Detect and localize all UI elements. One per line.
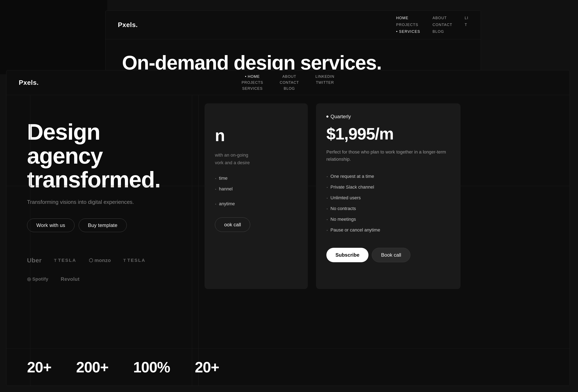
- brands-row: Uber TTESLA ⬡monzo TTESLA ◎Spotify Revol…: [27, 257, 171, 282]
- pricing-feature-4: No contracts: [326, 203, 450, 214]
- partial-price: n: [215, 126, 297, 145]
- buy-template-button[interactable]: Buy template: [79, 218, 127, 232]
- nav-t[interactable]: T: [465, 23, 468, 27]
- stat-number-4: 20+: [195, 359, 219, 376]
- front-nav-group-3: LINKEDIN TWITTER: [315, 75, 335, 91]
- work-with-us-button[interactable]: Work with us: [27, 218, 75, 232]
- partial-feature-1: time: [215, 173, 297, 184]
- partial-feature-3: anytime: [215, 198, 297, 209]
- back-logo: Pxels.: [118, 21, 138, 29]
- partial-feature-2: hannel: [215, 184, 297, 194]
- pricing-dot: [326, 116, 329, 118]
- nav-projects[interactable]: PROJECTS: [396, 23, 420, 27]
- monzo-m-icon: ⬡: [89, 258, 93, 263]
- tesla-t-icon-2: T: [123, 258, 127, 263]
- partial-features: time hannel anytime: [215, 173, 297, 209]
- pricing-badge-label: Quarterly: [331, 114, 351, 120]
- nav-services[interactable]: • SERVICES: [396, 30, 420, 34]
- pricing-area: n with an on-goingvork and a desire time…: [192, 95, 570, 386]
- stat-number-3: 100%: [133, 359, 170, 376]
- brand-tesla-2: TTESLA: [123, 258, 145, 263]
- hero-section: Design agency transformed. Transforming …: [6, 95, 192, 386]
- front-nav-group-1: • HOME PROJECTS SERVICES: [241, 75, 263, 91]
- hero-buttons: Work with us Buy template: [27, 218, 171, 232]
- front-nav-home[interactable]: • HOME: [245, 75, 260, 79]
- stat-1: 20+: [27, 359, 51, 376]
- front-nav-group-2: ABOUT CONTACT BLOG: [280, 75, 299, 91]
- brand-revolut: Revolut: [61, 276, 80, 282]
- nav-col-3: LI T: [465, 16, 468, 27]
- stat-3: 100%: [133, 359, 170, 376]
- nav-li[interactable]: LI: [465, 16, 468, 20]
- stats-bar: 20+ 200+ 100% 20+: [6, 348, 570, 386]
- stat-number-1: 20+: [27, 359, 51, 376]
- pricing-price: $1,995/m: [326, 126, 450, 142]
- brand-spotify: ◎Spotify: [27, 276, 48, 282]
- pricing-card-quarterly: Quarterly $1,995/m Perfect for those who…: [316, 103, 461, 289]
- hero-subtitle: Transforming visions into digital experi…: [27, 198, 171, 206]
- brand-tesla-1: TTESLA: [54, 258, 76, 263]
- nav-about[interactable]: ABOUT: [433, 16, 452, 20]
- front-nav-contact[interactable]: CONTACT: [280, 81, 299, 85]
- pricing-badge: Quarterly: [326, 114, 450, 120]
- front-nav-projects[interactable]: PROJECTS: [241, 81, 263, 85]
- pricing-card-partial: n with an on-goingvork and a desire time…: [205, 103, 308, 289]
- front-navbar: Pxels. • HOME PROJECTS SERVICES ABOUT CO…: [6, 70, 570, 95]
- front-nav-twitter[interactable]: TWITTER: [316, 81, 334, 85]
- brand-uber: Uber: [27, 257, 42, 264]
- front-logo: Pxels.: [19, 79, 39, 87]
- stat-number-2: 200+: [76, 359, 108, 376]
- pricing-features: One request at a time Private Slack chan…: [326, 171, 450, 235]
- pricing-feature-3: Unlimted users: [326, 192, 450, 203]
- pricing-feature-5: No meetings: [326, 214, 450, 225]
- front-nav-services[interactable]: SERVICES: [242, 87, 263, 91]
- partial-desc: with an on-goingvork and a desire: [215, 151, 297, 167]
- subscribe-button[interactable]: Subscribe: [326, 248, 369, 262]
- tesla-t-icon: T: [54, 258, 57, 263]
- front-nav-about[interactable]: ABOUT: [282, 75, 296, 79]
- hero-title: Design agency transformed.: [27, 120, 171, 191]
- stat-2: 200+: [76, 359, 108, 376]
- back-nav: HOME PROJECTS • SERVICES ABOUT CONTACT B…: [396, 16, 468, 34]
- partial-book-call-button[interactable]: ook call: [215, 218, 250, 232]
- pricing-desc: Perfect for those who plan to work toget…: [326, 148, 450, 163]
- nav-home[interactable]: HOME: [396, 16, 420, 20]
- pricing-actions: Subscribe Book call: [326, 248, 450, 262]
- front-nav-blog[interactable]: BLOG: [284, 87, 295, 91]
- stat-4: 20+: [195, 359, 219, 376]
- front-content: Design agency transformed. Transforming …: [6, 95, 570, 386]
- back-navbar: Pxels. HOME PROJECTS • SERVICES ABOUT CO…: [105, 10, 481, 40]
- nav-col-1: HOME PROJECTS • SERVICES: [396, 16, 420, 34]
- spotify-circle-icon: ◎: [27, 276, 31, 282]
- book-call-button[interactable]: Book call: [372, 248, 410, 262]
- pricing-feature-6: Pause or cancel anytime: [326, 225, 450, 235]
- front-nav-linkedin[interactable]: LINKEDIN: [315, 75, 335, 79]
- pricing-feature-1: One request at a time: [326, 171, 450, 182]
- front-window: Pxels. • HOME PROJECTS SERVICES ABOUT CO…: [6, 70, 570, 386]
- nav-contact[interactable]: CONTACT: [433, 23, 452, 27]
- front-nav: • HOME PROJECTS SERVICES ABOUT CONTACT B…: [241, 75, 335, 91]
- nav-col-2: ABOUT CONTACT BLOG: [433, 16, 452, 34]
- pricing-feature-2: Private Slack channel: [326, 182, 450, 192]
- nav-blog[interactable]: BLOG: [433, 30, 452, 34]
- brand-monzo: ⬡monzo: [89, 258, 111, 263]
